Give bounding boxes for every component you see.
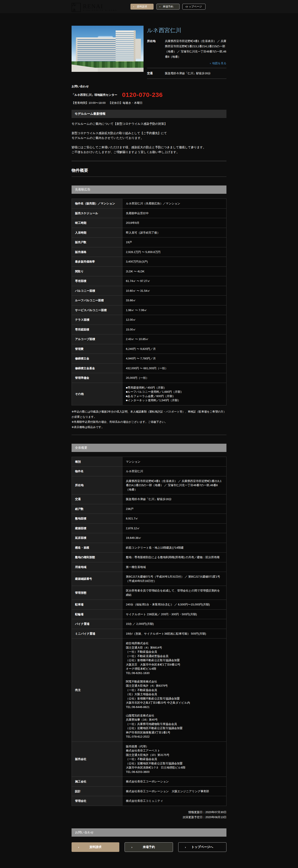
request-brochure-button[interactable]: › 資料請求 <box>72 842 119 852</box>
table-row: 交通阪急電鉄今津線「仁川」駅徒歩16分 <box>72 494 226 504</box>
request-brochure-button[interactable]: › 資料請求 <box>131 4 154 9</box>
chevron-right-icon: › <box>131 845 132 849</box>
location-value: 兵庫県西宮市田近野町4番1（住居表示） ／ 兵庫県西宮市田近野町1番213,1番… <box>165 38 226 59</box>
button-label: 資料請求 <box>137 5 147 8</box>
button-label: 来場予約 <box>163 5 173 8</box>
chevron-right-icon: › <box>160 5 160 8</box>
next-update-date: 次回更新予定日：2020年08月13日 <box>72 815 226 820</box>
button-label: 資料請求 <box>89 845 102 849</box>
modelroom-news-body: モデルルームのご案内について【新型コロナウイルス感染予防の対策】 新型コロナウイ… <box>72 122 226 154</box>
access-label: 交通 <box>147 71 165 76</box>
table-row: ミニバイク置場19台/（別途、サイクルポート38区画に駐車可能） 500円(月額… <box>72 629 226 639</box>
table-row: 管理費6,240円 〜 9,820円／月 <box>72 344 226 354</box>
spec-value: 2LDK 〜 4LDK <box>123 267 226 276</box>
spec-label: 種別 <box>72 457 123 467</box>
table-row: サービスバルコニー面積1.98㎡ 〜 7.06㎡ <box>72 305 226 315</box>
table-row: 入居時期即入居可（諸手続完了後） <box>72 228 226 238</box>
logo-brand-text: RENAI <box>83 3 117 10</box>
chevron-right-icon: › <box>133 5 134 8</box>
table-row: その他■専用庭使用料／450円（月額） ■ルーフバルコニー使用料／1,680円（… <box>72 383 226 405</box>
spec-value: ルネ西宮仁川 <box>123 467 226 476</box>
spec-value: 2,878.12㎡ <box>123 523 226 533</box>
spec-label: 売主 <box>72 639 123 742</box>
table-row: 管理会社株式会社長谷工コミュニティ <box>72 796 226 806</box>
spec-value: ルネ西宮仁川（先着順広告）／マンション <box>123 199 226 209</box>
contact-info-top: お問い合わせ 「ルネ西宮仁川」現地販売センター 0120-070-236 【営業… <box>72 85 226 105</box>
spec-label: 入居時期 <box>72 228 123 238</box>
building-render-image <box>72 26 143 72</box>
spec-label: 修繕積立金 <box>72 354 123 364</box>
table-row: 駐輪場サイクルポート 236区画／ 200円・300円・500円(月額) <box>72 609 226 619</box>
spec-label: 駐車場 <box>72 600 123 610</box>
spec-label: 管理費 <box>72 344 123 354</box>
table-row: 管理準備金20,000円（一括） <box>72 373 226 383</box>
table-row: 敷地の権利形態敷地：専有面積割合による敷地利用権(所有権) の共有／建物：区分所… <box>72 553 226 562</box>
spec-label: その他 <box>72 383 123 405</box>
spec-value: 12.00㎡ <box>123 315 226 325</box>
visit-reservation-button[interactable]: › 来場予約 <box>125 842 173 852</box>
spec-label: 管理会社 <box>72 796 123 806</box>
spec-value: 15.00㎡ <box>123 324 226 334</box>
table-row: 建築確認番号第BCJ17大建確071号（平成30年1月31日付） ／ 第BCJ1… <box>72 572 226 586</box>
table-row: 修繕積立金4,940円 〜 7,780円／月 <box>72 354 226 364</box>
spec-value: 阪急電鉄今津線「仁川」駅徒歩16分 <box>123 494 226 504</box>
table-row: アルコーブ面積2.43㎡ 〜 10.85㎡ <box>72 334 226 344</box>
phone-number[interactable]: 0120-070-236 <box>122 91 163 98</box>
chevron-right-icon: › <box>78 845 79 849</box>
table-row: 最多販売価格帯3,400万円台(3戸) <box>72 257 226 267</box>
spec-value: 19,649.38㎡ <box>123 533 226 543</box>
top-page-button[interactable]: › トップページへ <box>178 842 226 852</box>
site-logo[interactable]: ルネ RENAI NISHINOMIYA NIGAWA <box>72 1 117 12</box>
spec-label: 建築面積 <box>72 523 123 533</box>
site-header: ルネ RENAI NISHINOMIYA NIGAWA › 資料請求 › 来場予… <box>0 0 298 13</box>
contact-heading: お問い合わせ <box>72 85 226 88</box>
page-title: ルネ西宮仁川 <box>147 27 226 34</box>
table-row: 駐車場240台（福祉用1台・来客用3台含む） ／ 6,500円〜15,000円(… <box>72 600 226 610</box>
spec-label: 物件名（販売期）／マンション <box>72 199 123 209</box>
spec-value: マンション <box>123 457 226 467</box>
table-row: 延床面積19,649.38㎡ <box>72 533 226 543</box>
table-row: 敷地面積8,921.7㎡ <box>72 514 226 524</box>
visit-reservation-button[interactable]: › 来場予約 <box>156 4 180 9</box>
spec-value: 240台（福祉用1台・来客用3台含む） ／ 6,500円〜15,000円(月額) <box>123 600 226 610</box>
table-row: 建築面積2,878.12㎡ <box>72 523 226 533</box>
business-hours: 【営業時間】10:00〜18:00 【定休日】毎週水・木曜日 <box>72 101 226 105</box>
button-label: トップページ <box>186 5 202 8</box>
update-info: 情報更新日：2020年07月30日 次回更新予定日：2020年08月13日 <box>72 810 226 820</box>
location-label: 所在地 <box>147 38 165 59</box>
view-map-link[interactable]: ›地図を見る <box>210 62 226 65</box>
modelroom-news-section: モデルルーム最新情報 モデルルームのご案内について【新型コロナウイルス感染予防の… <box>72 110 226 161</box>
spec-label: 用途地域 <box>72 562 123 572</box>
button-label: 来場予約 <box>143 845 155 849</box>
spec-label: 専有面積 <box>72 276 123 286</box>
logo-sub-text: NISHINOMIYA NIGAWA <box>83 9 117 11</box>
spec-value: 1.98㎡ 〜 7.06㎡ <box>123 305 226 315</box>
spec-value: 販売提携（代理） 株式会社長谷工アーベスト 国土交通大臣免許（10）第3175号… <box>123 742 226 777</box>
button-label: トップページへ <box>191 845 213 849</box>
spec-value: 6,240円 〜 9,820円／月 <box>123 344 226 354</box>
spec-value: 第BCJ17大建確071号（平成30年1月31日付） ／ 第BCJ17大建確07… <box>123 572 226 586</box>
table-row: 修繕積立金基金432,000円 〜 681,000円（一括） <box>72 363 226 373</box>
table-row: 竣工時期2019年9月 <box>72 218 226 228</box>
spec-value: 株式会社長谷工コミュニティ <box>123 796 226 806</box>
spec-label: 販売スケジュール <box>72 208 123 218</box>
top-page-button[interactable]: › トップページ <box>182 4 206 9</box>
overview-section-title: 物件概要 <box>72 167 226 177</box>
spec-value: ■専用庭使用料／450円（月額） ■ルーフバルコニー使用料／1,680円（月額）… <box>123 383 226 405</box>
spec-value: 432,000円 〜 681,000円（一括） <box>123 363 226 373</box>
spec-label: 修繕積立金基金 <box>72 363 123 373</box>
spec-value: 61.74㎡ 〜 97.27㎡ <box>123 276 226 286</box>
spec-label: 最多販売価格帯 <box>72 257 123 267</box>
spec-value: 10.60㎡ 〜 31.54㎡ <box>123 286 226 296</box>
spec-value: 即入居可（諸手続完了後） <box>123 228 226 238</box>
spec-label: 設計 <box>72 786 123 796</box>
building-left-graphic <box>76 37 120 63</box>
first-come-spec-table: 物件名（販売期）／マンションルネ西宮仁川（先着順広告）／マンション販売スケジュー… <box>72 198 226 405</box>
spec-value: 20,000円（一括） <box>123 373 226 383</box>
spec-value: 19台/（別途、サイクルポート38区画に駐車可能） 500円(月額) <box>123 629 226 639</box>
spec-value: 4,940円 〜 7,780円／月 <box>123 354 226 364</box>
divider <box>147 79 226 79</box>
spec-value: 鉄筋コンクリート造・地上13階建及び14階建 <box>123 543 226 553</box>
access-value: 阪急電鉄今津線「仁川」駅徒歩16分 <box>165 71 226 76</box>
spec-label: バイク置場 <box>72 619 123 629</box>
